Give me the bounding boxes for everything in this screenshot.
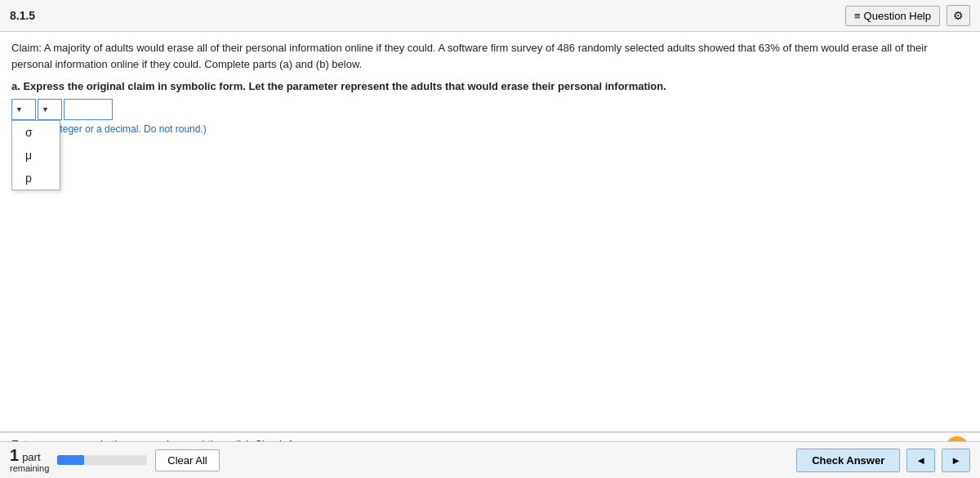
dropdown-item-sigma[interactable]: σ (12, 121, 60, 144)
dropdown-menu: σ μ p (11, 120, 60, 190)
clear-all-button[interactable]: Clear All (155, 449, 219, 460)
bottom-right: Check Answer ◄ ► (796, 449, 970, 460)
operator-dropdown-arrow: ▼ (42, 105, 49, 114)
part-number: 1 (10, 447, 19, 459)
list-icon: ≡ (854, 10, 861, 22)
dropdown-item-p[interactable]: p (12, 167, 60, 190)
bottom-left: 1 part remaining Clear All (10, 447, 220, 459)
operator-dropdown[interactable]: ▼ (38, 99, 62, 120)
input-row: ▼ ▼ σ μ p (11, 99, 969, 120)
check-answer-button[interactable]: Check Answer (796, 449, 900, 460)
gear-icon: ⚙ (953, 9, 964, 22)
question-help-label: Question Help (864, 10, 931, 22)
progress-bar (57, 455, 147, 459)
part-a-label: a. Express the original claim in symboli… (11, 80, 969, 92)
parameter-dropdown[interactable]: ▼ (11, 99, 36, 120)
next-button[interactable]: ► (942, 449, 970, 460)
bottom-bar: 1 part remaining Clear All Check Answer … (0, 441, 980, 459)
previous-button[interactable]: ◄ (906, 449, 935, 460)
part-label: part (22, 451, 40, 459)
gear-button[interactable]: ⚙ (947, 5, 970, 26)
answer-input[interactable] (64, 99, 113, 120)
dropdown-item-mu[interactable]: μ (12, 144, 60, 167)
progress-bar-fill (57, 455, 84, 459)
top-bar: 8.1.5 ≡ Question Help ⚙ (0, 0, 980, 32)
part-remaining: 1 part remaining (10, 447, 49, 459)
param-dropdown-arrow: ▼ (16, 105, 23, 114)
main-content: Claim: A majority of adults would erase … (0, 32, 980, 432)
top-right-controls: ≡ Question Help ⚙ (845, 5, 970, 26)
section-label: 8.1.5 (10, 9, 35, 22)
question-help-button[interactable]: ≡ Question Help (845, 6, 940, 26)
hint-text: (Type an integer or a decimal. Do not ro… (11, 123, 969, 135)
claim-text: Claim: A majority of adults would erase … (11, 40, 969, 72)
